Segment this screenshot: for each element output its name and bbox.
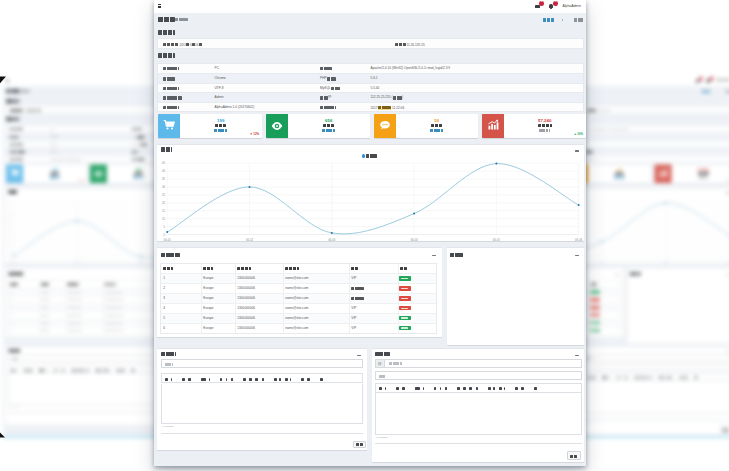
- svg-text:06-04: 06-04: [410, 239, 418, 243]
- svg-text:06-03: 06-03: [328, 239, 336, 243]
- svg-text:40: 40: [9, 208, 12, 210]
- svg-text:35: 35: [161, 177, 165, 181]
- svg-text:06-04: 06-04: [599, 261, 605, 263]
- svg-text:10: 10: [161, 217, 165, 221]
- svg-text:06-05: 06-05: [663, 261, 669, 263]
- svg-text:06-06: 06-06: [575, 239, 583, 243]
- svg-text:20: 20: [161, 201, 165, 205]
- svg-text:06-05: 06-05: [492, 239, 500, 243]
- svg-text:0: 0: [163, 233, 165, 237]
- svg-text:40: 40: [161, 169, 165, 173]
- svg-text:06-01: 06-01: [163, 239, 171, 243]
- svg-text:30: 30: [9, 220, 12, 222]
- svg-text:06-02: 06-02: [74, 261, 80, 263]
- svg-text:06-01: 06-01: [10, 261, 16, 263]
- svg-text:45: 45: [161, 161, 165, 165]
- svg-text:25: 25: [9, 226, 12, 228]
- svg-text:20: 20: [9, 232, 12, 234]
- svg-text:15: 15: [161, 209, 165, 213]
- svg-text:35: 35: [9, 214, 12, 216]
- svg-text:30: 30: [161, 185, 165, 189]
- svg-text:25: 25: [161, 193, 165, 197]
- svg-text:0: 0: [10, 257, 12, 259]
- svg-text:5: 5: [10, 251, 12, 253]
- svg-text:15: 15: [9, 239, 12, 241]
- svg-text:10: 10: [9, 245, 12, 247]
- svg-text:5: 5: [163, 225, 165, 229]
- svg-text:06-03: 06-03: [138, 261, 144, 263]
- svg-text:06-02: 06-02: [245, 239, 253, 243]
- svg-text:45: 45: [9, 202, 12, 204]
